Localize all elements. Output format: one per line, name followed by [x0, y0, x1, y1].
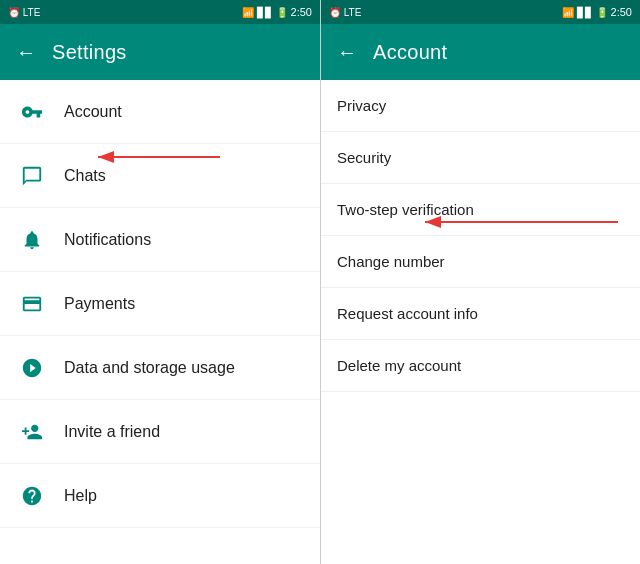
menu-item-account[interactable]: Account: [0, 80, 320, 144]
status-icons-right: ⏰ LTE: [329, 7, 361, 18]
account-item-privacy[interactable]: Privacy: [321, 80, 640, 132]
menu-item-notifications[interactable]: Notifications: [0, 208, 320, 272]
account-title: Account: [373, 41, 447, 64]
help-label: Help: [64, 487, 97, 505]
account-icon: [16, 96, 48, 128]
notifications-label: Notifications: [64, 231, 151, 249]
account-item-request-info[interactable]: Request account info: [321, 288, 640, 340]
status-icons-left: ⏰ LTE: [8, 7, 40, 18]
status-bar-left: ⏰ LTE 📶 ▊▊ 🔋 2:50: [0, 0, 320, 24]
account-item-change-number[interactable]: Change number: [321, 236, 640, 288]
request-info-label: Request account info: [337, 305, 478, 322]
security-label: Security: [337, 149, 391, 166]
menu-item-chats[interactable]: Chats: [0, 144, 320, 208]
chats-icon: [16, 160, 48, 192]
settings-panel: ⏰ LTE 📶 ▊▊ 🔋 2:50 ← Settings Account: [0, 0, 320, 564]
account-top-bar: ← Account: [321, 24, 640, 80]
menu-item-invite[interactable]: Invite a friend: [0, 400, 320, 464]
change-number-label: Change number: [337, 253, 445, 270]
help-icon: [16, 480, 48, 512]
account-list: Privacy Security Two-step verification C…: [321, 80, 640, 564]
menu-item-payments[interactable]: Payments: [0, 272, 320, 336]
status-wifi-right: 📶: [562, 7, 574, 18]
account-item-delete[interactable]: Delete my account: [321, 340, 640, 392]
account-label: Account: [64, 103, 122, 121]
delete-account-label: Delete my account: [337, 357, 461, 374]
account-item-two-step[interactable]: Two-step verification: [321, 184, 640, 236]
two-step-label: Two-step verification: [337, 201, 474, 218]
status-battery-right: 🔋: [596, 7, 608, 18]
settings-menu-list: Account Chats Notifications: [0, 80, 320, 564]
privacy-label: Privacy: [337, 97, 386, 114]
invite-icon: [16, 416, 48, 448]
notifications-icon: [16, 224, 48, 256]
status-signal: ▊▊: [257, 7, 273, 18]
account-panel: ⏰ LTE 📶 ▊▊ 🔋 2:50 ← Account Privacy Secu…: [320, 0, 640, 564]
status-wifi: 📶: [242, 7, 254, 18]
data-label: Data and storage usage: [64, 359, 235, 377]
settings-title: Settings: [52, 41, 127, 64]
menu-item-help[interactable]: Help: [0, 464, 320, 528]
back-icon-settings[interactable]: ←: [16, 41, 36, 64]
status-time-right: 2:50: [611, 6, 632, 18]
invite-label: Invite a friend: [64, 423, 160, 441]
back-icon-account[interactable]: ←: [337, 41, 357, 64]
payments-label: Payments: [64, 295, 135, 313]
status-signal-right: ▊▊: [577, 7, 593, 18]
status-bar-right: ⏰ LTE 📶 ▊▊ 🔋 2:50: [321, 0, 640, 24]
menu-item-data[interactable]: Data and storage usage: [0, 336, 320, 400]
status-battery: 🔋: [276, 7, 288, 18]
account-item-security[interactable]: Security: [321, 132, 640, 184]
payments-icon: [16, 288, 48, 320]
data-icon: [16, 352, 48, 384]
settings-top-bar: ← Settings: [0, 24, 320, 80]
chats-label: Chats: [64, 167, 106, 185]
status-time-left: 2:50: [291, 6, 312, 18]
